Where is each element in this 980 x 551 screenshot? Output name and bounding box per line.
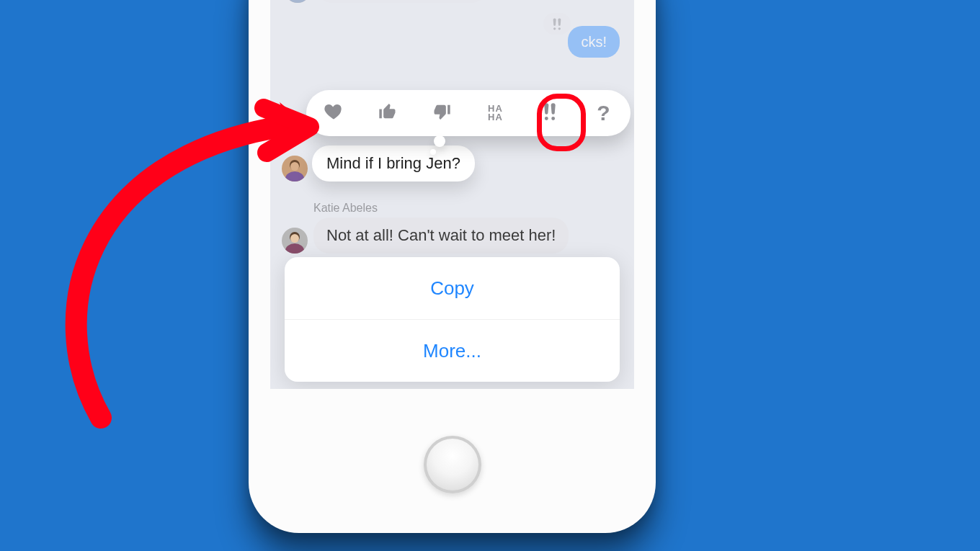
svg-point-4	[285, 171, 304, 182]
canvas: Paul Cha I'm in! Sounds great. cks!	[0, 0, 980, 551]
double-exclamation-icon	[540, 102, 560, 125]
reaction-haha[interactable]: HA HA	[481, 98, 511, 128]
message-row: Not at all! Can't wait to meet her!	[282, 218, 569, 254]
thumbs-down-icon	[432, 102, 452, 125]
message-row: I'm in! Sounds great.	[285, 0, 620, 3]
avatar[interactable]	[282, 156, 308, 182]
reaction-question[interactable]: ?	[589, 98, 619, 128]
reaction-bar-tail	[434, 135, 445, 147]
focused-message-bubble[interactable]: Mind if I bring Jen?	[312, 145, 475, 182]
action-more[interactable]: More...	[285, 319, 620, 382]
heart-icon	[324, 102, 344, 125]
svg-point-1	[288, 0, 307, 3]
reaction-thumbs-down[interactable]	[427, 98, 457, 128]
reaction-bar-tail-small	[430, 149, 436, 155]
question-mark-icon: ?	[597, 101, 610, 125]
svg-point-5	[290, 162, 299, 171]
thumbs-up-icon	[378, 102, 398, 125]
svg-point-8	[290, 234, 299, 243]
avatar[interactable]	[285, 0, 311, 3]
outgoing-message-bubble[interactable]: cks!	[568, 26, 620, 58]
reaction-heart[interactable]	[318, 98, 349, 128]
action-copy[interactable]: Copy	[285, 257, 620, 319]
sender-label: Katie Abeles	[313, 202, 378, 215]
incoming-message-bubble[interactable]: I'm in! Sounds great.	[316, 0, 487, 3]
phone-screen: Paul Cha I'm in! Sounds great. cks!	[270, 0, 634, 389]
avatar[interactable]	[282, 228, 308, 254]
reaction-emphasis[interactable]	[535, 98, 565, 128]
home-button[interactable]	[424, 436, 481, 493]
reaction-thumbs-up[interactable]	[373, 98, 403, 128]
tapback-reaction-bar: HA HA ?	[306, 90, 631, 136]
haha-icon: HA HA	[488, 104, 503, 121]
action-sheet: Copy More...	[285, 257, 620, 382]
iphone-frame: Paul Cha I'm in! Sounds great. cks!	[249, 0, 656, 533]
svg-point-7	[285, 243, 304, 254]
incoming-message-bubble[interactable]: Not at all! Can't wait to meet her!	[313, 218, 569, 254]
tapback-badge-emphasis	[543, 13, 571, 35]
